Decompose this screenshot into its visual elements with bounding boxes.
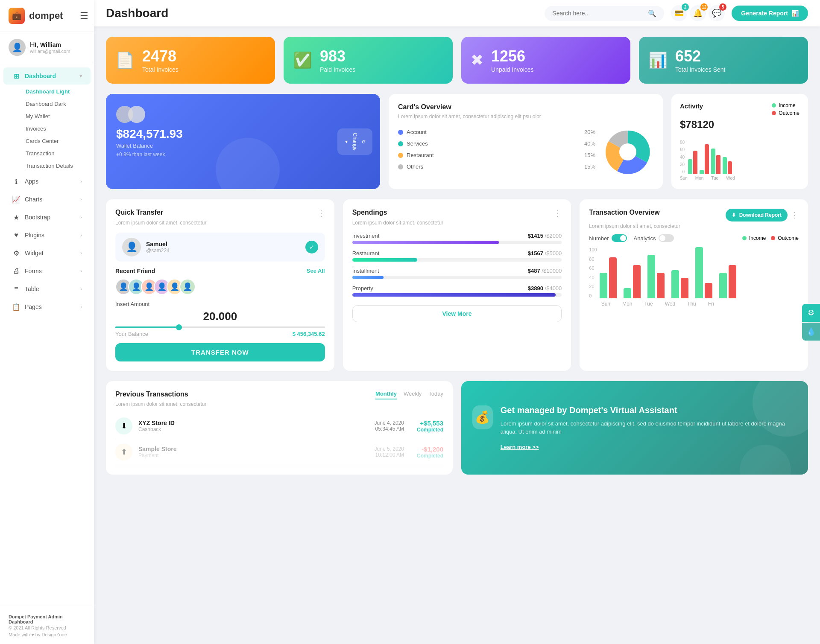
sidebar-item-pages[interactable]: 📋 Pages › (3, 298, 91, 315)
card-change-button[interactable]: ↻ Change ▾ (337, 128, 372, 154)
total-invoices-info: 2478 Total Invoices (142, 47, 179, 73)
txo-actions: ⬇ Download Report ⋮ (726, 209, 799, 221)
quick-transfer-card: Quick Transfer ⋮ Lorem ipsum dolor sit a… (106, 199, 334, 371)
overview-item-restaurant: Restaurant 15% (398, 149, 595, 161)
va-content: 💰 Get managed by Dompet's Virtual Assist… (472, 405, 797, 451)
nav-sub-my-wallet[interactable]: My Wallet (20, 110, 94, 122)
sidebar-item-widget[interactable]: ⚙ Widget › (3, 245, 91, 262)
slider-thumb[interactable] (176, 324, 182, 330)
number-toggle[interactable] (612, 234, 627, 242)
sidebar-user: 👤 Hi, William william@gmail.com (0, 32, 94, 63)
nav-sub-dashboard-dark[interactable]: Dashboard Dark (20, 98, 94, 110)
settings-fab-button[interactable]: ⚙ (802, 304, 820, 322)
qt-contact: 👤 Samuel @sam224 ✓ (115, 233, 325, 262)
bar-group-big-thu (695, 247, 712, 298)
total-sent-label: Total Invoices Sent (675, 66, 726, 73)
nav-sub-cards-center[interactable]: Cards Center (20, 135, 94, 147)
outcome-big-tue (657, 273, 665, 298)
search-input[interactable] (552, 10, 644, 17)
property-label: Property (352, 285, 373, 291)
chat-icon-btn[interactable]: 💬 5 (709, 5, 725, 21)
view-more-button[interactable]: View More (352, 305, 562, 322)
bar-group-big-tue (647, 255, 665, 298)
property-meta: Property $3890 /$4000 (352, 285, 562, 291)
activity-bar-labels: Sun Mon Tue Wed (680, 176, 800, 181)
txo-outcome-dot (771, 236, 775, 240)
ptx-header: Previous Transactions Monthly Weekly Tod… (115, 390, 443, 399)
transfer-btn-label: TRANSFER NOW (191, 349, 249, 356)
unpaid-invoices-info: 1256 Unpaid Invoices (491, 47, 534, 73)
generate-report-button[interactable]: Generate Report 📊 (732, 6, 808, 21)
apps-icon: ℹ (12, 177, 20, 186)
download-icon: ⬇ (732, 212, 736, 218)
txo-legend: Income Outcome (742, 235, 799, 241)
sidebar-item-charts[interactable]: 📈 Charts › (3, 191, 91, 208)
nav-sub-transaction[interactable]: Transaction (20, 147, 94, 160)
plugins-icon: ♥ (12, 231, 20, 239)
services-label: Services (407, 140, 428, 147)
label-mon: Mon (695, 176, 703, 181)
qt-dots-button[interactable]: ⋮ (317, 209, 325, 218)
friends-row: 👤 👤 👤 👤 👤 👤 (115, 279, 325, 295)
bar-group-wed (723, 157, 732, 174)
download-report-label: Download Report (739, 212, 782, 218)
qt-desc: Lorem ipsum dolor sit amet, consectetur (115, 220, 325, 226)
outcome-dot (772, 111, 776, 115)
tab-monthly[interactable]: Monthly (375, 390, 397, 399)
sidebar-item-apps[interactable]: ℹ Apps › (3, 173, 91, 190)
hamburger-icon[interactable]: ☰ (71, 3, 97, 29)
chevron-right-icon-7: › (80, 286, 82, 292)
sp-desc: Lorem ipsum dolor sit amet, consectetur (352, 220, 562, 226)
total-invoices-icon: 📄 (115, 51, 135, 69)
water-fab-button[interactable]: 💧 (802, 323, 820, 341)
tab-weekly[interactable]: Weekly (404, 390, 422, 399)
see-all-link[interactable]: See All (307, 268, 325, 274)
va-desc: Lorem ipsum dolor sit amet, consectetur … (501, 420, 797, 436)
sidebar-item-forms[interactable]: 🖨 Forms › (3, 262, 91, 280)
nav-sub-transaction-details[interactable]: Transaction Details (20, 160, 94, 172)
sidebar-item-table[interactable]: ≡ Table › (3, 280, 91, 297)
outcome-bar-tue (716, 155, 720, 174)
table-row-2: ⬆ Sample Store Payment June 5, 2020 10:1… (115, 439, 443, 465)
footer-year: © 2021 All Rights Reserved (9, 625, 85, 630)
cards-overview: Card's Overview Lorem ipsum dolor sit am… (389, 94, 663, 189)
previous-transactions-card: Previous Transactions Monthly Weekly Tod… (106, 381, 453, 475)
download-report-button[interactable]: ⬇ Download Report (726, 209, 788, 221)
sidebar-item-forms-label: Forms (25, 268, 42, 274)
overview-item-services: Services 40% (398, 138, 595, 149)
y-axis-labels: 80 60 40 20 0 (680, 140, 686, 174)
income-legend: Income (772, 102, 800, 108)
txo-dots-button[interactable]: ⋮ (791, 210, 799, 220)
nav-sub-dashboard-light[interactable]: Dashboard Light (20, 85, 94, 98)
search-box[interactable]: 🔍 (545, 6, 664, 21)
analytics-toggle[interactable] (659, 234, 674, 242)
txo-chart-area: 100 80 60 40 20 0 (589, 247, 799, 307)
friend-6: 👤 (179, 279, 196, 295)
main: Dashboard 🔍 💳 2 🔔 12 💬 5 (94, 0, 820, 644)
wallet-icon-btn[interactable]: 💳 2 (671, 5, 687, 21)
qt-header: Quick Transfer ⋮ (115, 209, 325, 218)
user-greeting: Hi, William (30, 41, 70, 49)
transfer-now-button[interactable]: TRANSFER NOW (115, 343, 325, 361)
sidebar-item-plugins[interactable]: ♥ Plugins › (3, 227, 91, 244)
sp-dots-button[interactable]: ⋮ (554, 209, 562, 218)
txo-controls: Number Analytics Income (589, 234, 799, 242)
recent-label: Recent Friend (115, 268, 155, 274)
tx-info-2: Sample Store Payment (138, 446, 369, 458)
bell-icon-btn[interactable]: 🔔 12 (690, 5, 706, 21)
tx-status-2: Completed (417, 453, 443, 459)
tab-today[interactable]: Today (428, 390, 443, 399)
analytics-toggle-group: Analytics (634, 234, 674, 242)
income-big-sun (600, 273, 607, 298)
card-change: +0.8% than last week (116, 152, 183, 157)
sidebar-item-bootstrap[interactable]: ★ Bootstrap › (3, 209, 91, 226)
sidebar-item-apps-label: Apps (25, 178, 38, 185)
user-name: William (40, 41, 61, 48)
slider-track[interactable] (115, 326, 325, 328)
sidebar-item-dashboard[interactable]: ⊞ Dashboard ▾ (3, 67, 91, 85)
nav-sub-invoices[interactable]: Invoices (20, 122, 94, 135)
txo-label-fri: Fri (708, 301, 714, 307)
tx-status: Completed (417, 427, 443, 433)
va-learn-more-link[interactable]: Learn more >> (501, 444, 539, 450)
txo-income-dot (742, 236, 747, 240)
